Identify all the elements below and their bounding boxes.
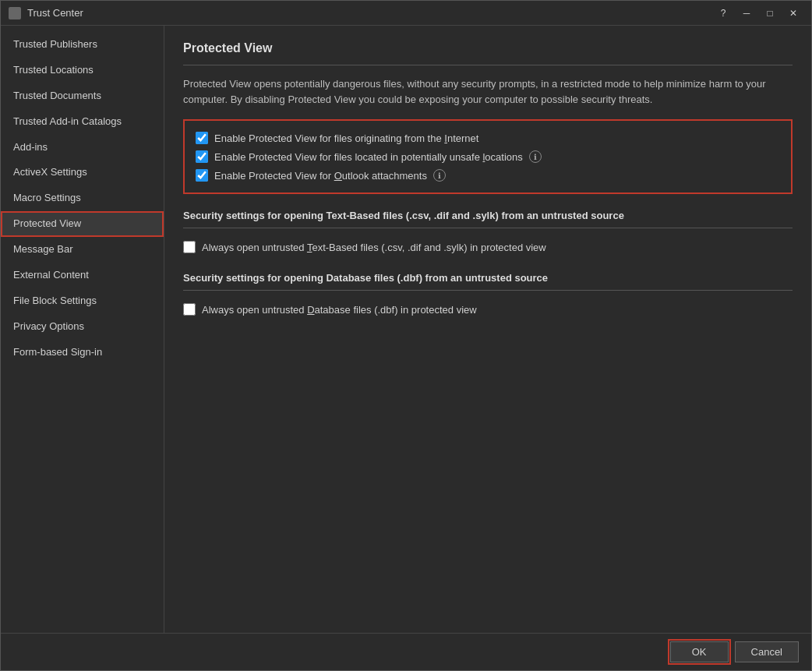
text-based-files-section: Security settings for opening Text-Based…: [183, 210, 793, 256]
sidebar-item-file-block-settings[interactable]: File Block Settings: [1, 288, 164, 314]
checkbox-internet-label[interactable]: Enable Protected View for files originat…: [214, 132, 478, 144]
checkbox-unsafe-locations[interactable]: [196, 150, 208, 163]
checkbox-text-based[interactable]: [183, 241, 196, 253]
main-content: Protected View Protected View opens pote…: [164, 26, 811, 633]
checkbox-database[interactable]: [183, 303, 196, 316]
database-section-title: Security settings for opening Database f…: [183, 272, 793, 284]
sidebar-item-privacy-options[interactable]: Privacy Options: [1, 314, 164, 340]
cancel-button[interactable]: Cancel: [735, 641, 799, 662]
sidebar-item-trusted-add-in-catalogs[interactable]: Trusted Add-in Catalogs: [1, 109, 164, 135]
sidebar-item-protected-view[interactable]: Protected View: [1, 211, 164, 237]
info-icon-outlook[interactable]: ℹ: [433, 169, 446, 182]
checkbox-row-text-based: Always open untrusted Text-Based files (…: [183, 238, 793, 256]
sidebar-item-trusted-locations[interactable]: Trusted Locations: [1, 58, 164, 83]
close-button[interactable]: ✕: [783, 5, 803, 21]
sidebar-item-trusted-documents[interactable]: Trusted Documents: [1, 83, 164, 109]
sidebar-item-form-based-sign-in[interactable]: Form-based Sign-in: [1, 340, 164, 366]
sidebar-item-trusted-publishers[interactable]: Trusted Publishers: [1, 32, 164, 58]
checkbox-row-internet: Enable Protected View for files originat…: [196, 129, 780, 147]
sidebar: Trusted Publishers Trusted Locations Tru…: [1, 26, 164, 633]
minimize-button[interactable]: ─: [736, 5, 757, 21]
database-divider: [183, 290, 793, 291]
title-divider: [183, 65, 793, 65]
help-button[interactable]: ?: [713, 5, 733, 21]
checkbox-unsafe-locations-label[interactable]: Enable Protected View for files located …: [214, 151, 523, 163]
checkbox-row-outlook: Enable Protected View for Outlook attach…: [196, 166, 780, 185]
protected-view-checkbox-group: Enable Protected View for files originat…: [183, 119, 793, 194]
checkbox-outlook[interactable]: [196, 169, 208, 182]
checkbox-row-database: Always open untrusted Database files (.d…: [183, 300, 793, 319]
database-files-section: Security settings for opening Database f…: [183, 272, 793, 319]
app-icon: [9, 7, 21, 19]
checkbox-text-based-label[interactable]: Always open untrusted Text-Based files (…: [202, 242, 546, 253]
sidebar-item-external-content[interactable]: External Content: [1, 263, 164, 288]
sidebar-item-macro-settings[interactable]: Macro Settings: [1, 185, 164, 211]
checkbox-row-unsafe-locations: Enable Protected View for files located …: [196, 147, 780, 166]
title-bar-buttons: ? ─ □ ✕: [713, 5, 803, 21]
maximize-button[interactable]: □: [760, 5, 780, 21]
checkbox-internet[interactable]: [196, 132, 208, 144]
checkbox-outlook-label[interactable]: Enable Protected View for Outlook attach…: [214, 170, 427, 182]
title-bar-left: Trust Center: [9, 7, 83, 19]
window-title: Trust Center: [27, 7, 83, 19]
checkbox-database-label[interactable]: Always open untrusted Database files (.d…: [202, 304, 477, 316]
dialog-body: Trusted Publishers Trusted Locations Tru…: [1, 26, 811, 633]
text-based-divider: [183, 228, 793, 228]
info-icon-unsafe-locations[interactable]: ℹ: [529, 150, 542, 163]
ok-button[interactable]: OK: [670, 641, 729, 662]
title-bar: Trust Center ? ─ □ ✕: [1, 1, 811, 26]
dialog-footer: OK Cancel: [1, 633, 811, 670]
text-based-section-title: Security settings for opening Text-Based…: [183, 210, 793, 221]
description-text: Protected View opens potentially dangero…: [183, 76, 793, 107]
trust-center-dialog: Trust Center ? ─ □ ✕ Trusted Publishers …: [0, 0, 812, 671]
sidebar-item-activex-settings[interactable]: ActiveX Settings: [1, 160, 164, 185]
section-title: Protected View: [183, 41, 793, 55]
sidebar-item-message-bar[interactable]: Message Bar: [1, 237, 164, 263]
sidebar-item-add-ins[interactable]: Add-ins: [1, 135, 164, 161]
